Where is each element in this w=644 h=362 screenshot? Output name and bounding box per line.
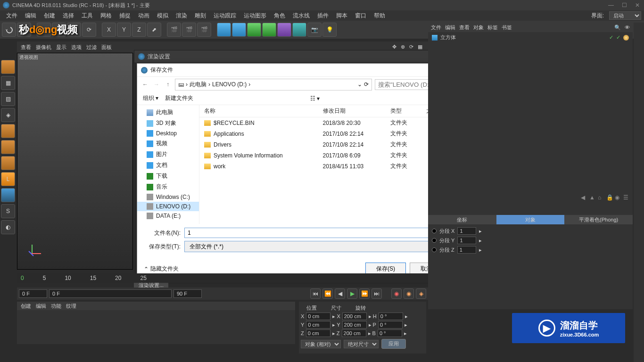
menu-animate[interactable]: 动画 bbox=[135, 11, 153, 21]
menu-tools[interactable]: 工具 bbox=[78, 11, 96, 21]
perspective-viewport[interactable]: 透视视图 bbox=[17, 53, 133, 270]
viewport-solo-icon[interactable]: ◐ bbox=[1, 220, 15, 234]
close-button[interactable]: ✕ bbox=[634, 1, 641, 9]
menu-simulate[interactable]: 模拟 bbox=[154, 11, 172, 21]
vp-menu-display[interactable]: 显示 bbox=[56, 44, 66, 51]
size-z-input[interactable] bbox=[342, 329, 366, 337]
autokey-icon[interactable]: ◉ bbox=[404, 288, 414, 299]
col-type[interactable]: 类型 bbox=[386, 105, 421, 117]
edge-mode-icon[interactable] bbox=[1, 140, 15, 154]
vp-menu-panel[interactable]: 面板 bbox=[101, 44, 112, 51]
menu-window[interactable]: 窗口 bbox=[352, 11, 370, 21]
nav-rotate-icon[interactable]: ⟳ bbox=[409, 44, 416, 50]
tree-music[interactable]: 音乐 bbox=[137, 181, 199, 192]
menu-mesh[interactable]: 网格 bbox=[97, 11, 115, 21]
tree-videos[interactable]: 视频 bbox=[137, 138, 199, 149]
model-mode-icon[interactable]: ▦ bbox=[1, 76, 15, 90]
polygon-mode-icon[interactable] bbox=[1, 156, 15, 170]
object-name[interactable]: 立方体 bbox=[440, 34, 456, 41]
tree-3d-objects[interactable]: 3D 对象 bbox=[137, 118, 199, 129]
menu-create[interactable]: 创建 bbox=[41, 11, 58, 21]
menu-select[interactable]: 选择 bbox=[59, 11, 77, 21]
layout-select[interactable]: 启动 bbox=[609, 11, 641, 20]
tree-desktop[interactable]: Desktop bbox=[137, 129, 199, 138]
menu-edit[interactable]: 编辑 bbox=[22, 11, 40, 21]
attr-tab-coord[interactable]: 坐标 bbox=[428, 215, 496, 224]
point-mode-icon[interactable] bbox=[1, 124, 15, 138]
menu-file[interactable]: 文件 bbox=[3, 11, 21, 21]
generator-icon[interactable] bbox=[262, 23, 276, 37]
tree-drive-c[interactable]: Windows (C:) bbox=[137, 192, 199, 202]
view-mode-button[interactable]: ☷ ▾ bbox=[310, 95, 320, 102]
file-row[interactable]: $RECYCLE.BIN2018/3/8 20:30文件夹 bbox=[199, 117, 449, 129]
rotate-tool[interactable]: ⟳ bbox=[82, 23, 96, 37]
step-forward-icon[interactable]: ⏩ bbox=[359, 288, 370, 299]
new-folder-button[interactable]: 新建文件夹 bbox=[165, 94, 193, 102]
crumb-1[interactable]: LENOVO (D:) bbox=[212, 81, 247, 88]
menu-script[interactable]: 脚本 bbox=[333, 11, 351, 21]
pen-tool-icon[interactable] bbox=[232, 23, 246, 37]
tweak-mode-icon[interactable] bbox=[1, 188, 15, 202]
tree-drive-e[interactable]: DATA (E:) bbox=[137, 211, 199, 221]
col-date[interactable]: 修改日期 bbox=[318, 105, 386, 117]
tree-this-pc[interactable]: 此电脑 bbox=[137, 107, 199, 118]
rot-h-input[interactable] bbox=[379, 313, 403, 320]
menu-pipeline[interactable]: 流水线 bbox=[289, 11, 313, 21]
file-list[interactable]: 名称 修改日期 类型 大小 $RECYCLE.BIN2018/3/8 20:30… bbox=[199, 105, 449, 224]
tree-drive-d[interactable]: LENOVO (D:) bbox=[137, 202, 199, 211]
menu-help[interactable]: 帮助 bbox=[371, 11, 388, 21]
maximize-button[interactable]: ☐ bbox=[620, 1, 628, 9]
axis-lock-icon[interactable]: ⬈ bbox=[147, 23, 161, 37]
goto-end-icon[interactable]: ⏭ bbox=[372, 288, 382, 299]
light-icon[interactable]: 💡 bbox=[322, 23, 337, 37]
render-view-button[interactable]: 🎬 bbox=[167, 23, 181, 37]
make-editable-icon[interactable] bbox=[1, 60, 15, 74]
size-y-input[interactable] bbox=[342, 321, 367, 329]
menu-character[interactable]: 角色 bbox=[271, 11, 289, 21]
nav-zoom-icon[interactable]: ⊕ bbox=[401, 44, 407, 50]
attr-list-icon[interactable]: ☰ bbox=[623, 194, 630, 201]
cube-primitive-icon[interactable] bbox=[217, 23, 231, 37]
om-menu-tags[interactable]: 标签 bbox=[487, 24, 498, 31]
goto-start-icon[interactable]: ⏮ bbox=[310, 288, 321, 299]
tree-downloads[interactable]: 下载 bbox=[137, 171, 199, 181]
axis-mode-icon[interactable]: L bbox=[1, 172, 15, 186]
attr-mode-icon[interactable]: ◉ bbox=[615, 194, 621, 201]
axis-x-icon[interactable]: X bbox=[102, 23, 116, 37]
menu-track[interactable]: 运动跟踪 bbox=[210, 11, 239, 21]
menu-mograph[interactable]: 运动图形 bbox=[240, 11, 270, 21]
col-name[interactable]: 名称 bbox=[199, 105, 318, 117]
crumb-0[interactable]: 此电脑 bbox=[190, 81, 206, 89]
seg-x-input[interactable] bbox=[457, 227, 476, 235]
vp-menu-filter[interactable]: 过滤 bbox=[86, 44, 97, 51]
mat-menu-edit[interactable]: 编辑 bbox=[36, 303, 46, 310]
nav-up-button[interactable]: ↑ bbox=[164, 81, 172, 88]
deformer-icon[interactable] bbox=[277, 23, 291, 37]
organize-button[interactable]: 组织 ▾ bbox=[143, 94, 158, 102]
camera-icon[interactable]: 📷 bbox=[307, 23, 322, 37]
snap-toggle-icon[interactable]: S bbox=[1, 204, 15, 218]
attr-home-icon[interactable]: ⌂ bbox=[598, 194, 604, 201]
om-menu-bookmarks[interactable]: 书签 bbox=[502, 24, 512, 31]
environment-icon[interactable] bbox=[292, 23, 306, 37]
attr-up-icon[interactable]: ▲ bbox=[589, 194, 596, 201]
tree-pictures[interactable]: 图片 bbox=[137, 149, 199, 160]
folder-tree[interactable]: 此电脑 3D 对象 Desktop 视频 图片 文档 下载 音乐 Windows… bbox=[137, 105, 199, 224]
play-back-icon[interactable]: ◀ bbox=[335, 288, 345, 299]
nav-back-button[interactable]: ← bbox=[141, 81, 149, 88]
vp-menu-view[interactable]: 查看 bbox=[21, 44, 31, 51]
minimize-button[interactable]: — bbox=[607, 1, 615, 9]
frame-current-input[interactable] bbox=[49, 289, 172, 298]
coord-mode-select[interactable]: 对象 (相对) bbox=[301, 340, 341, 348]
frame-end-input[interactable] bbox=[173, 289, 202, 298]
size-x-input[interactable] bbox=[342, 313, 367, 320]
om-menu-edit[interactable]: 编辑 bbox=[445, 24, 455, 31]
vp-menu-options[interactable]: 选项 bbox=[71, 44, 82, 51]
breadcrumb[interactable]: 🖴 › 此电脑 › LENOVO (D:) › ⌄ ⟳ bbox=[175, 79, 372, 90]
pos-z-input[interactable] bbox=[306, 329, 330, 337]
apply-button[interactable]: 应用 bbox=[381, 339, 406, 349]
pos-y-input[interactable] bbox=[306, 321, 330, 329]
attr-prev-icon[interactable]: ◀ bbox=[581, 194, 587, 201]
refresh-icon[interactable]: ⟳ bbox=[364, 81, 369, 88]
vp-menu-camera[interactable]: 摄像机 bbox=[36, 44, 51, 51]
